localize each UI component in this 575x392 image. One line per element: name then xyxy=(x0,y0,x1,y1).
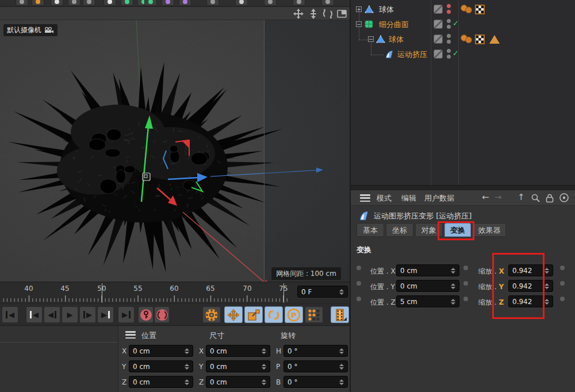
layer-toggle-icon[interactable] xyxy=(434,20,443,29)
keyframe-knob[interactable] xyxy=(463,281,468,286)
maximize-view-icon[interactable] xyxy=(336,8,348,20)
toolbar-icon[interactable] xyxy=(235,0,248,6)
toolbar-icon[interactable] xyxy=(103,0,116,6)
expand-plus-icon[interactable]: + xyxy=(356,6,362,12)
editor-visibility-dot[interactable] xyxy=(447,34,451,38)
object-row-sphere-child[interactable]: − 球体 xyxy=(351,32,575,47)
next-frame-button[interactable]: ▶ xyxy=(79,306,96,323)
position-x-field[interactable]: 0 cm xyxy=(129,345,193,357)
tab-basic[interactable]: 基本 xyxy=(356,223,384,237)
menu-mode[interactable]: 模式 xyxy=(377,193,392,203)
key-rotation-button[interactable] xyxy=(264,306,283,323)
render-visibility-dot[interactable] xyxy=(447,40,451,44)
timeline-ruler[interactable]: 40 45 50 55 60 65 70 75 0 F xyxy=(0,282,350,303)
pan-icon[interactable] xyxy=(293,8,304,20)
transform-position-x-field[interactable]: 0 cm xyxy=(396,264,459,276)
coord-menu-icon[interactable] xyxy=(125,331,136,339)
goto-start-button[interactable]: ◀ xyxy=(2,306,18,323)
material-tag-icon[interactable] xyxy=(460,4,474,14)
record-keyframe-button[interactable] xyxy=(138,306,154,323)
tab-effectors[interactable]: 效果器 xyxy=(473,223,506,237)
range-marker[interactable] xyxy=(102,283,102,303)
enabled-check-icon[interactable]: ✓ xyxy=(453,49,459,57)
layer-toggle-icon[interactable] xyxy=(434,34,443,44)
toolbar-icon[interactable] xyxy=(179,0,191,6)
enabled-check-icon[interactable]: ✓ xyxy=(453,19,459,28)
key-scale-button[interactable] xyxy=(244,306,263,323)
panel-divider[interactable] xyxy=(351,185,575,190)
transform-scale-z-field[interactable]: 0.942 xyxy=(508,295,553,308)
play-button[interactable]: ▶ xyxy=(62,306,78,323)
keyframe-knob[interactable] xyxy=(463,266,468,270)
rotation-b-field[interactable]: 0 ° xyxy=(283,376,348,388)
toolbar-icon[interactable] xyxy=(293,0,305,6)
editor-visibility-dot[interactable] xyxy=(447,49,451,53)
key-parameter-button[interactable]: P xyxy=(285,306,303,323)
toolbar-icon[interactable] xyxy=(321,0,334,6)
back-icon[interactable]: ← xyxy=(482,192,489,202)
render-visibility-dot[interactable] xyxy=(447,55,451,59)
key-point-level-button[interactable] xyxy=(305,306,323,323)
keyframe-knob[interactable] xyxy=(356,266,361,270)
toolbar-icon[interactable] xyxy=(121,0,133,6)
autokey-button[interactable] xyxy=(154,306,170,323)
keyframe-knob[interactable] xyxy=(560,266,565,270)
target-icon[interactable] xyxy=(559,193,569,203)
attribute-menu-icon[interactable] xyxy=(360,194,370,202)
size-x-field[interactable]: 0 cm xyxy=(206,345,270,357)
keyframe-knob[interactable] xyxy=(560,281,565,286)
toolbar-icon[interactable] xyxy=(264,0,277,6)
tab-transform[interactable]: 变换 xyxy=(444,223,471,237)
rotate-view-icon[interactable] xyxy=(322,8,334,20)
toolbar-icon[interactable] xyxy=(16,0,28,6)
size-y-field[interactable]: 0 cm xyxy=(206,360,270,372)
transform-scale-x-field[interactable]: 0.942 xyxy=(508,264,553,276)
size-z-field[interactable]: 0 cm xyxy=(206,376,270,388)
keying-settings-button[interactable] xyxy=(202,306,221,323)
toolbar-icon[interactable] xyxy=(51,0,63,6)
search-icon[interactable] xyxy=(531,193,540,203)
dolly-icon[interactable] xyxy=(308,8,319,20)
toolbar-icon[interactable] xyxy=(144,0,157,6)
toolbar-icon[interactable] xyxy=(162,0,174,6)
render-visibility-dot[interactable] xyxy=(447,10,451,14)
rotation-p-field[interactable]: 0 ° xyxy=(283,360,348,372)
render-visibility-dot[interactable] xyxy=(447,25,451,29)
rotation-h-field[interactable]: 0 ° xyxy=(283,345,348,357)
forward-icon[interactable]: → xyxy=(494,192,502,202)
prev-frame-button[interactable]: ◀ xyxy=(44,306,60,323)
filmstrip-button[interactable] xyxy=(331,306,349,323)
layer-toggle-icon[interactable] xyxy=(434,49,443,59)
editor-visibility-dot[interactable] xyxy=(447,19,451,23)
tab-coordinates[interactable]: 坐标 xyxy=(386,223,413,237)
toolbar-icon[interactable] xyxy=(206,0,219,6)
viewport-canvas[interactable]: 默认摄像机 网格间距 : 100 cm xyxy=(0,20,350,282)
transform-scale-y-field[interactable]: 0.942 xyxy=(508,280,553,292)
goto-end-button[interactable]: ▶ xyxy=(118,306,135,323)
object-row-sphere-top[interactable]: + 球体 xyxy=(351,2,575,17)
lock-icon[interactable] xyxy=(545,193,554,203)
position-z-field[interactable]: 0 cm xyxy=(129,376,193,388)
tab-object[interactable]: 对象 xyxy=(415,223,443,237)
keyframe-knob[interactable] xyxy=(560,297,565,301)
keyframe-knob[interactable] xyxy=(356,297,361,301)
next-key-button[interactable]: ▶ xyxy=(97,306,114,323)
current-frame-field[interactable]: 0 F xyxy=(297,286,348,298)
keyframe-knob[interactable] xyxy=(356,281,361,286)
toolbar-icon[interactable] xyxy=(68,0,80,6)
transform-position-y-field[interactable]: 0 cm xyxy=(396,280,459,292)
object-row-subdivision-surface[interactable]: − 细分曲面 ✓ xyxy=(351,17,575,32)
keyframe-knob[interactable] xyxy=(463,297,468,301)
checker-texture-tag-icon[interactable] xyxy=(475,34,485,44)
position-y-field[interactable]: 0 cm xyxy=(129,360,193,372)
range-marker[interactable] xyxy=(283,283,284,303)
object-row-motion-extrude[interactable]: 运动挤压 ✓ xyxy=(351,47,575,62)
checker-texture-tag-icon[interactable] xyxy=(475,5,485,14)
transform-position-z-field[interactable]: 5 cm xyxy=(396,295,459,308)
menu-user-data[interactable]: 用户数据 xyxy=(424,193,454,203)
toolbar-icon[interactable] xyxy=(32,0,44,6)
toolbar-icon[interactable] xyxy=(83,0,95,6)
spinner-icon[interactable] xyxy=(339,289,344,295)
up-icon[interactable]: ↑ xyxy=(518,192,525,202)
menu-edit[interactable]: 编辑 xyxy=(401,193,416,203)
